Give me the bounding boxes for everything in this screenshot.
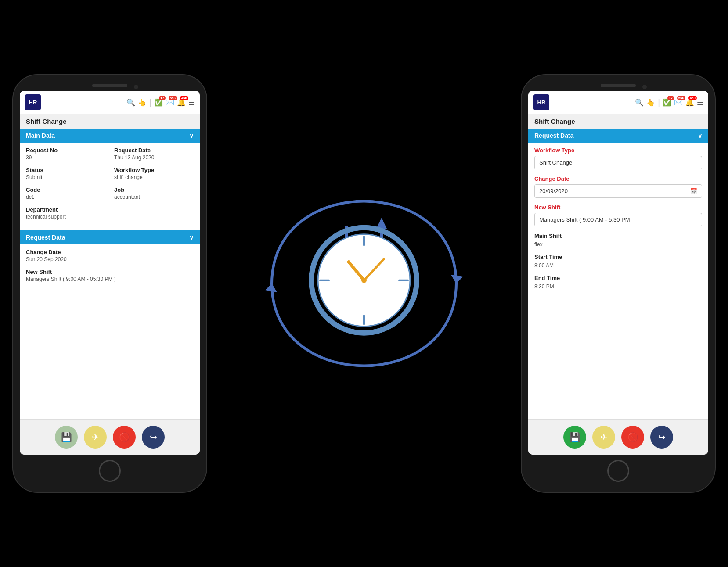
left-change-date-row: Change Date Sun 20 Sep 2020 (26, 249, 194, 262)
left-cancel-button[interactable]: 🚫 (113, 426, 136, 449)
right-new-shift-field: New Shift Managers Shift ( 9:00 AM - 5:3… (534, 204, 702, 226)
left-status-label: Status (26, 167, 105, 173)
left-new-shift-row: New Shift Managers Shift ( 9:00 AM - 05:… (26, 269, 194, 282)
right-change-date-input[interactable]: 20/09/2020 📅 (534, 184, 702, 198)
right-start-time-field: Start Time 8:00 AM (534, 254, 702, 269)
right-screen-title: Shift Change (528, 114, 708, 129)
right-badge3: 450 (688, 96, 697, 100)
left-row-1: Request No 39 Request Date Thu 13 Aug 20… (26, 147, 194, 161)
right-workflow-select-wrapper: Shift Change (534, 156, 702, 169)
right-end-time-value: 8:30 PM (534, 284, 702, 290)
left-request-no-label: Request No (26, 147, 105, 154)
right-new-shift-wrapper: Managers Shift ( 9:00 AM - 5:30 PM (534, 213, 702, 226)
right-home-button[interactable] (607, 460, 629, 482)
left-phone: HR 🔍 👆 | ✅ 17 ✉️ 556 (13, 75, 206, 492)
left-row-3: Code dc1 Job accountant (26, 187, 194, 200)
left-bell-icon[interactable]: 🔔 450 (177, 98, 186, 107)
left-request-no-value: 39 (26, 154, 105, 161)
right-mail-icon[interactable]: ✉️ 556 (674, 98, 683, 107)
right-form-section: Workflow Type Shift Change Change Date 2… (528, 143, 708, 419)
right-workflow-type-field: Workflow Type Shift Change (534, 147, 702, 169)
left-save-button[interactable]: 💾 (55, 426, 78, 449)
left-send-button[interactable]: ✈ (84, 426, 107, 449)
left-search-icon[interactable]: 🔍 (126, 98, 135, 107)
right-change-date-label: Change Date (534, 176, 702, 182)
left-change-date-value: Sun 20 Sep 2020 (26, 256, 194, 262)
left-new-shift-value: Managers Shift ( 9:00 AM - 05:30 PM ) (26, 276, 194, 282)
left-mail-icon[interactable]: ✉️ 556 (166, 98, 174, 107)
left-main-data-chevron: ∨ (189, 132, 194, 139)
left-fingerprint-icon[interactable]: 👆 (138, 98, 147, 107)
left-request-data-body: Change Date Sun 20 Sep 2020 New Shift Ma… (20, 244, 200, 419)
right-calendar-icon: 📅 (690, 188, 697, 194)
right-divider: | (658, 98, 660, 107)
right-check-icon[interactable]: ✅ 17 (663, 98, 671, 107)
right-save-button[interactable]: 💾 (563, 426, 586, 449)
right-phone-speaker (601, 84, 636, 87)
left-status-value: Submit (26, 174, 105, 180)
right-bell-icon[interactable]: 🔔 450 (685, 98, 694, 107)
left-workflow-label: Workflow Type (114, 167, 194, 173)
left-request-no-cell: Request No 39 (26, 147, 105, 161)
left-screen-header: HR 🔍 👆 | ✅ 17 ✉️ 556 (20, 91, 200, 114)
svg-marker-0 (451, 275, 463, 284)
left-hr-logo: HR (25, 94, 41, 110)
right-new-shift-label: New Shift (534, 204, 702, 211)
right-end-time-field: End Time 8:30 PM (534, 275, 702, 290)
right-end-time-label: End Time (534, 275, 702, 281)
left-main-data-label: Main Data (26, 132, 55, 139)
left-header-icons: 🔍 👆 | ✅ 17 ✉️ 556 🔔 450 (44, 98, 195, 107)
right-main-shift-label: Main Shift (534, 233, 702, 239)
left-badge1: 17 (159, 96, 166, 100)
right-send-button[interactable]: ✈ (592, 426, 615, 449)
left-dept-label: Department (26, 206, 194, 213)
left-dept-cell: Department technical support (26, 206, 194, 220)
left-check-icon[interactable]: ✅ 17 (154, 98, 163, 107)
left-request-data-header[interactable]: Request Data ∨ (20, 230, 200, 244)
left-phone-speaker (92, 84, 127, 87)
right-cancel-button[interactable]: 🚫 (621, 426, 644, 449)
right-action-buttons: 💾 ✈ 🚫 ↪ (528, 419, 708, 455)
left-screen-title: Shift Change (20, 114, 200, 129)
left-code-cell: Code dc1 (26, 187, 105, 200)
left-job-label: Job (114, 187, 194, 193)
left-main-data-header[interactable]: Main Data ∨ (20, 129, 200, 143)
right-start-time-value: 8:00 AM (534, 262, 702, 269)
left-new-shift-label: New Shift (26, 269, 194, 275)
left-main-data-body: Request No 39 Request Date Thu 13 Aug 20… (20, 143, 200, 230)
left-logout-button[interactable]: ↪ (142, 426, 165, 449)
scene: HR 🔍 👆 | ✅ 17 ✉️ 556 (0, 0, 728, 567)
right-workflow-type-label: Workflow Type (534, 147, 702, 154)
right-phone-shell: HR 🔍 👆 | ✅ 17 ✉️ 556 (522, 75, 715, 492)
right-badge1: 17 (667, 96, 674, 100)
right-logout-button[interactable]: ↪ (650, 426, 673, 449)
left-phone-shell: HR 🔍 👆 | ✅ 17 ✉️ 556 (13, 75, 206, 492)
left-divider: | (149, 98, 151, 107)
right-hr-logo: HR (533, 94, 549, 110)
right-menu-icon[interactable]: ☰ (697, 98, 703, 107)
right-screen-header: HR 🔍 👆 | ✅ 17 ✉️ 556 (528, 91, 708, 114)
right-main-shift-field: Main Shift flex (534, 233, 702, 248)
left-row-4: Department technical support (26, 206, 194, 220)
left-home-button[interactable] (99, 460, 121, 482)
right-workflow-select[interactable]: Shift Change (534, 156, 702, 169)
left-new-shift-cell: New Shift Managers Shift ( 9:00 AM - 05:… (26, 269, 194, 282)
right-change-date-field: Change Date 20/09/2020 📅 (534, 176, 702, 198)
right-new-shift-select[interactable]: Managers Shift ( 9:00 AM - 5:30 PM (534, 213, 702, 226)
left-job-value: accountant (114, 194, 194, 200)
left-request-data-chevron: ∨ (189, 234, 194, 241)
right-request-data-label: Request Data (534, 132, 573, 139)
right-main-shift-value: flex (534, 241, 702, 248)
clock-graphic (307, 223, 421, 339)
left-request-data-label: Request Data (26, 234, 65, 241)
right-search-icon[interactable]: 🔍 (635, 98, 644, 107)
right-start-time-label: Start Time (534, 254, 702, 260)
left-change-date-cell: Change Date Sun 20 Sep 2020 (26, 249, 194, 262)
svg-marker-1 (265, 284, 277, 292)
left-badge3: 450 (180, 96, 188, 100)
right-request-data-chevron: ∨ (698, 132, 702, 139)
left-action-buttons: 💾 ✈ 🚫 ↪ (20, 419, 200, 455)
right-request-data-header[interactable]: Request Data ∨ (528, 129, 708, 143)
right-fingerprint-icon[interactable]: 👆 (646, 98, 655, 107)
left-menu-icon[interactable]: ☰ (188, 98, 195, 107)
